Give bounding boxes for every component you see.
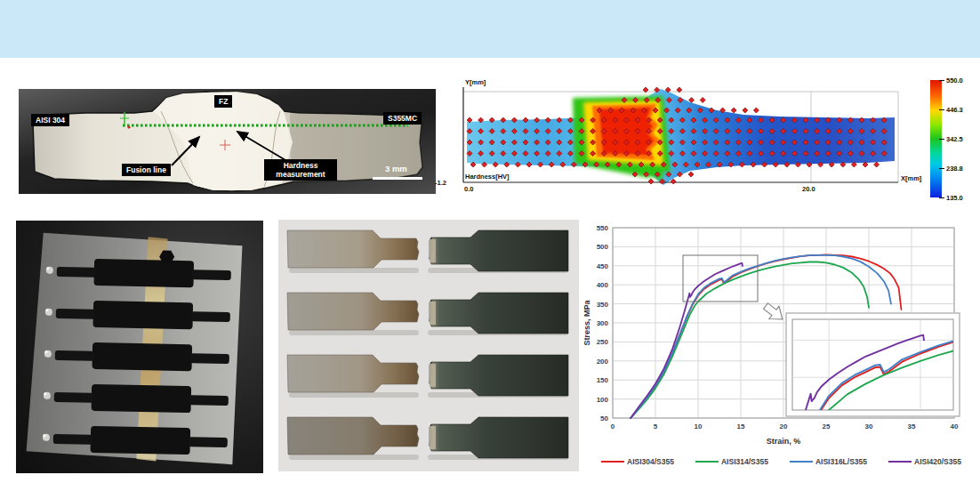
slot-center (91, 426, 191, 455)
hardness-point (688, 172, 694, 177)
x-tick-label: 0 (611, 423, 615, 431)
shadow-left (289, 268, 419, 273)
figure-page: AISI 304 FZ S355MC Fusion line Hardness … (0, 0, 980, 499)
colorbar-tick-label: 446.3 (946, 106, 963, 114)
colorbar-tick-label: 550.0 (946, 76, 963, 85)
hardness-point (689, 98, 695, 103)
specimen-plate-image (16, 221, 263, 473)
colorbar-tick (939, 80, 944, 81)
slot-right (192, 270, 231, 280)
label-fz: FZ (214, 95, 232, 108)
y-axis-title: Stress, MPa (582, 299, 591, 345)
fracture-tint (430, 426, 436, 449)
x-tick-label: 15 (737, 423, 745, 431)
legend-label: AISI304/S355 (627, 457, 674, 466)
curve-AISI420/S355 (631, 263, 743, 418)
fracture-tint (430, 302, 436, 325)
slot-center (93, 301, 194, 329)
shadow-left (289, 330, 419, 335)
hardness-point (753, 108, 759, 113)
label-aisi304: AISI 304 (31, 114, 69, 126)
hardness-map-plot (450, 78, 980, 207)
slot-center (92, 384, 192, 413)
hardness-map-panel: Y[mm] Hardness[HV] -1.2 0.0 20.0 X[mm] 5… (450, 78, 980, 207)
legend-swatch (888, 461, 912, 463)
chart-canvas: 5010015020025030035040045050055005101520… (582, 216, 980, 449)
y-tick-label: 400 (597, 281, 609, 289)
slot-center (93, 259, 194, 287)
specimen-plate (26, 232, 242, 464)
chart-legend: AISI304/S355AISI314/S355AISI316L/S355AIS… (582, 457, 980, 466)
y-origin-label: -1.2 (435, 179, 446, 187)
weld-macro-panel: AISI 304 FZ S355MC Fusion line Hardness … (19, 89, 436, 194)
y-tick-label: 100 (597, 396, 609, 404)
colorbar-tick-label: 135.0 (946, 194, 963, 202)
y-tick-label: 200 (597, 358, 609, 366)
legend-label: AISI314/S355 (721, 457, 768, 466)
slot-right (189, 395, 229, 406)
colorbar-tick (939, 139, 944, 140)
fractured-specimens-photo (278, 220, 579, 471)
colorbar-tick (939, 197, 944, 198)
y-tick-label: 450 (597, 262, 609, 270)
legend-item: AISI304/S355 (601, 457, 674, 466)
y-tick-label: 250 (597, 338, 609, 346)
specimen-plate-photo (16, 221, 263, 473)
hardness-point (700, 98, 705, 103)
legend-item: AISI420/S355 (888, 457, 961, 466)
slot-left (56, 309, 95, 319)
y-tick-label: 300 (597, 319, 609, 327)
scale-bar (373, 177, 422, 180)
y-tick-label: 350 (597, 301, 609, 309)
slot-right (190, 353, 229, 364)
x-axis-label: X[mm] (901, 174, 921, 182)
slot-center (92, 342, 193, 371)
slot-left (55, 350, 94, 361)
slot-left (54, 392, 93, 403)
x-tick-label: 5 (654, 423, 658, 431)
x-tick-label: 25 (823, 423, 831, 431)
fracture-tint (430, 239, 436, 262)
measurement-start-dot (127, 125, 130, 128)
x-axis-title: Strain, % (767, 437, 801, 446)
x-tick-label: 20 (780, 423, 788, 431)
legend-item: AISI316L/S355 (790, 457, 867, 466)
inset-inner-frame (792, 319, 953, 410)
colorbar-tick (939, 109, 944, 110)
y-tick-label: 500 (597, 243, 609, 251)
slot-right (191, 311, 230, 322)
y-tick-label: 50 (600, 414, 608, 423)
legend-swatch (790, 461, 813, 463)
x-tick-label: 35 (908, 423, 916, 431)
fracture-tint (430, 364, 436, 387)
colorbar-tick-label: 342.5 (946, 135, 963, 143)
label-s355mc: S355MC (383, 112, 422, 125)
hardness-point (743, 108, 748, 113)
slot-left (53, 434, 92, 445)
x-tick-label: 10 (695, 423, 703, 431)
slot-right (189, 437, 228, 447)
x-tick-label: 30 (865, 423, 873, 431)
legend-label: AISI316L/S355 (815, 457, 867, 466)
hardness-point (731, 108, 736, 113)
legend-item: AISI314/S355 (695, 457, 768, 466)
legend-label: AISI420/S355 (914, 457, 961, 466)
specimen-heat-shape (467, 89, 895, 185)
stress-strain-chart: 5010015020025030035040045050055005101520… (582, 216, 980, 449)
value-axis-label: Hardness[HV] (465, 173, 510, 181)
colorbar-tick (939, 168, 944, 169)
shadow-left (289, 392, 419, 398)
hardness-point (648, 179, 654, 184)
y-tick-label: 550 (597, 224, 609, 232)
colorbar-tick-label: 238.8 (946, 165, 963, 173)
y-tick-label: 150 (597, 376, 609, 384)
label-hardness-measurement: Hardness measurement (264, 159, 337, 181)
label-fusion-line: Fusion line (122, 164, 171, 176)
legend-swatch (695, 461, 719, 463)
legend-swatch (601, 461, 624, 463)
scale-bar-label: 3 mm (385, 164, 407, 173)
hardness-point (874, 162, 880, 167)
x-tick-0: 0.0 (464, 185, 473, 193)
slot-left (57, 267, 96, 278)
y-axis-label: Y[mm] (465, 78, 486, 86)
